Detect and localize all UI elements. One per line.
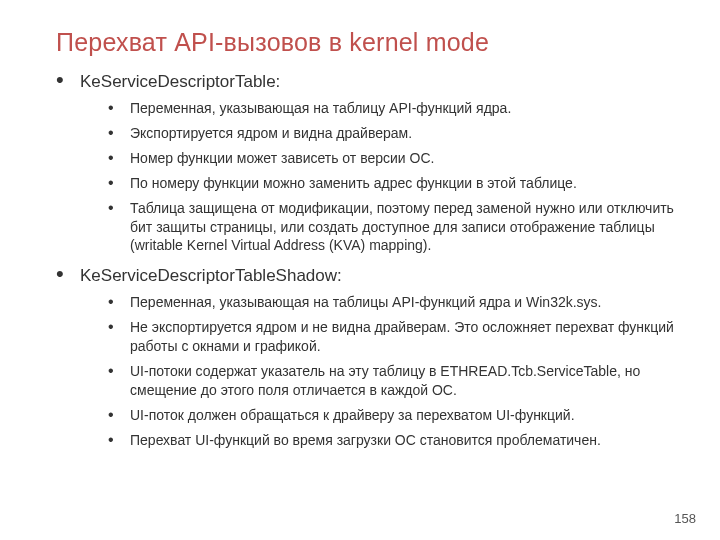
list-item: Перехват UI-функций во время загрузки ОС… bbox=[108, 431, 680, 450]
list-item: Не экспортируется ядром и не видна драйв… bbox=[108, 318, 680, 356]
section-0: KeServiceDescriptorTable: Переменная, ук… bbox=[56, 71, 680, 255]
section-0-heading: KeServiceDescriptorTable: bbox=[80, 72, 280, 91]
section-0-items: Переменная, указывающая на таблицу API-ф… bbox=[108, 99, 680, 255]
page-number: 158 bbox=[674, 511, 696, 526]
section-1: KeServiceDescriptorTableShadow: Переменн… bbox=[56, 265, 680, 449]
list-item: Переменная, указывающая на таблицу API-ф… bbox=[108, 99, 680, 118]
list-item: Таблица защищена от модификации, поэтому… bbox=[108, 199, 680, 256]
content-list: KeServiceDescriptorTable: Переменная, ук… bbox=[56, 71, 680, 450]
section-1-items: Переменная, указывающая на таблицы API-ф… bbox=[108, 293, 680, 449]
list-item: Номер функции может зависеть от версии О… bbox=[108, 149, 680, 168]
list-item: UI-потоки содержат указатель на эту табл… bbox=[108, 362, 680, 400]
list-item: UI-поток должен обращаться к драйверу за… bbox=[108, 406, 680, 425]
slide: Перехват API-вызовов в kernel mode KeSer… bbox=[0, 0, 720, 540]
list-item: Переменная, указывающая на таблицы API-ф… bbox=[108, 293, 680, 312]
section-1-heading: KeServiceDescriptorTableShadow: bbox=[80, 266, 342, 285]
slide-title: Перехват API-вызовов в kernel mode bbox=[56, 28, 680, 57]
list-item: По номеру функции можно заменить адрес ф… bbox=[108, 174, 680, 193]
list-item: Экспортируется ядром и видна драйверам. bbox=[108, 124, 680, 143]
